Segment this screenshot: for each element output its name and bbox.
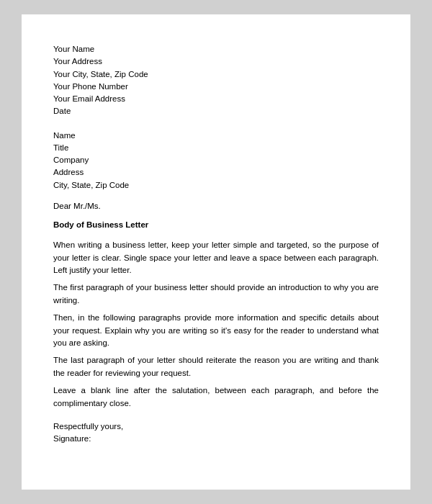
signature: Signature:: [53, 433, 379, 445]
letter-page: Your Name Your Address Your City, State,…: [22, 14, 410, 490]
sender-date: Date: [53, 105, 379, 117]
sender-city-state-zip: Your City, State, Zip Code: [53, 68, 379, 81]
recipient-name: Name: [53, 130, 379, 142]
body-paragraph-3: Then, in the following paragraphs provid…: [53, 312, 379, 350]
sender-email: Your Email Address: [53, 93, 379, 105]
recipient-info: Name Title Company Address City, State, …: [53, 130, 379, 192]
sender-info: Your Name Your Address Your City, State,…: [53, 43, 379, 118]
sender-phone: Your Phone Number: [53, 81, 379, 93]
body-text: When writing a business letter, keep you…: [53, 239, 379, 410]
sender-address: Your Address: [53, 55, 379, 68]
sign-off: Respectfully yours,: [53, 420, 379, 433]
body-paragraph-4: The last paragraph of your letter should…: [53, 354, 379, 380]
recipient-address: Address: [53, 166, 379, 179]
body-heading: Body of Business Letter: [53, 220, 379, 229]
recipient-title: Title: [53, 142, 379, 154]
body-paragraph-2: The first paragraph of your business let…: [53, 282, 379, 307]
salutation: Dear Mr./Ms.: [53, 202, 379, 210]
sender-name: Your Name: [53, 43, 379, 55]
body-paragraph-5: Leave a blank line after the salutation,…: [53, 384, 379, 410]
recipient-city-state-zip: City, State, Zip Code: [53, 179, 379, 192]
closing: Respectfully yours, Signature:: [53, 420, 379, 446]
recipient-company: Company: [53, 154, 379, 166]
body-paragraph-1: When writing a business letter, keep you…: [53, 239, 379, 277]
